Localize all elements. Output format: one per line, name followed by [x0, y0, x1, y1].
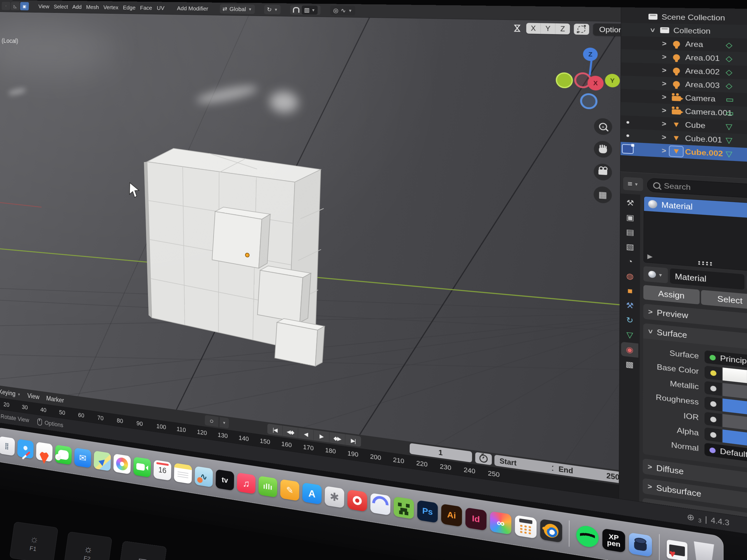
dock-illustrator[interactable]: Ai: [441, 504, 462, 527]
normal-input[interactable]: Default: [704, 443, 747, 468]
dock-notes[interactable]: [174, 463, 192, 484]
dock-minecraft[interactable]: [394, 497, 414, 519]
snap-magnet-icon[interactable]: [293, 7, 300, 12]
dock-facetime[interactable]: [133, 457, 151, 478]
dock-blender[interactable]: [540, 519, 562, 543]
transform-orientation-dropdown[interactable]: ⇄ Global ▼: [220, 4, 255, 14]
chevron-right-icon[interactable]: >: [659, 106, 670, 115]
dock-maps[interactable]: ▶: [94, 451, 111, 471]
jump-to-end-button[interactable]: ▶|: [345, 434, 361, 447]
key-F1[interactable]: ☼F1: [9, 522, 58, 560]
tab-object-data[interactable]: ▽: [621, 327, 639, 343]
play-button[interactable]: ▶: [314, 430, 330, 443]
slot-list-expand-icon[interactable]: ▶: [647, 252, 652, 260]
dock-brave[interactable]: [36, 442, 53, 462]
chevron-right-icon[interactable]: >: [659, 133, 670, 142]
next-keyframe-button[interactable]: ◆▶: [330, 432, 345, 445]
dock-capture-app[interactable]: [629, 532, 652, 557]
dock-pages[interactable]: ✎: [280, 479, 300, 501]
tab-modifiers[interactable]: ⚒: [621, 298, 639, 314]
chevron-right-icon[interactable]: >: [658, 146, 669, 155]
dock-launchpad[interactable]: ⣿: [0, 436, 15, 456]
tab-render[interactable]: ▣: [621, 210, 639, 225]
tab-scene[interactable]: ◔: [621, 254, 639, 269]
assign-button[interactable]: Assign: [643, 285, 700, 304]
tab-material[interactable]: ◉: [621, 342, 638, 358]
tab-object[interactable]: ■: [621, 283, 639, 298]
dock-creative-cloud[interactable]: ∞: [490, 511, 512, 535]
dock-calendar[interactable]: 16: [153, 460, 171, 481]
dock-indesign[interactable]: Id: [465, 507, 487, 531]
options-dropdown[interactable]: Options ▼: [593, 23, 621, 36]
menu-face[interactable]: Face: [138, 3, 155, 12]
chevron-right-icon[interactable]: >: [659, 119, 670, 128]
dock-arc-browser[interactable]: [370, 493, 390, 516]
dock-spotify[interactable]: [576, 525, 599, 549]
mirror-axis-x-button[interactable]: X: [526, 23, 541, 34]
socket-button[interactable]: [704, 396, 722, 411]
menu-vertex[interactable]: Vertex: [101, 3, 121, 12]
socket-button[interactable]: [704, 381, 722, 396]
dock-xp-pen[interactable]: XPpen: [602, 528, 625, 553]
dock-system-settings[interactable]: ✱: [325, 486, 344, 508]
socket-button[interactable]: [704, 366, 722, 380]
select-button[interactable]: Select: [701, 290, 747, 310]
slot-list-resize-grip[interactable]: [697, 261, 713, 266]
dock-photo-booth[interactable]: [347, 489, 367, 512]
zoom-tool-button[interactable]: +: [594, 118, 612, 135]
menu-add[interactable]: Add: [70, 3, 84, 11]
tab-world[interactable]: ◍: [621, 268, 639, 284]
menu-mesh[interactable]: Mesh: [84, 3, 101, 12]
previous-keyframe-button[interactable]: ◀◆: [282, 426, 298, 438]
projection-toggle-button[interactable]: ▦: [594, 186, 612, 204]
mirror-icon[interactable]: ⋈: [512, 24, 523, 33]
chevron-down-icon[interactable]: >: [648, 25, 657, 35]
dock-numbers[interactable]: ıllı: [258, 476, 277, 498]
dock-messages[interactable]: [55, 445, 72, 465]
socket-button[interactable]: [704, 412, 722, 427]
dock-calculator[interactable]: [515, 515, 537, 539]
mirror-axis-z-button[interactable]: Z: [555, 23, 570, 34]
timeline-menu-marker[interactable]: Marker: [43, 394, 67, 404]
chevron-right-icon[interactable]: >: [659, 93, 670, 101]
dock-wave-app[interactable]: ∿: [195, 466, 213, 487]
menu-select[interactable]: Select: [51, 2, 70, 11]
menu-view[interactable]: View: [36, 2, 52, 11]
key-F2[interactable]: ☼F2: [63, 531, 112, 560]
tab-tool[interactable]: ⚒: [622, 195, 639, 211]
socket-button[interactable]: [704, 427, 722, 443]
vertex-select-button[interactable]: ·: [2, 2, 10, 10]
menu-uv[interactable]: UV: [154, 4, 167, 12]
add-modifier-button[interactable]: Add Modifier: [175, 4, 211, 13]
visibility-dot[interactable]: [626, 134, 629, 137]
gizmo-axis-z[interactable]: Z: [583, 48, 598, 61]
navigation-gizmo[interactable]: Z X Y: [567, 47, 621, 106]
chevron-right-icon[interactable]: >: [659, 53, 670, 61]
tab-physics[interactable]: ↻: [621, 312, 639, 328]
visibility-dot[interactable]: [626, 121, 629, 124]
gizmo-axis-x[interactable]: X: [587, 76, 603, 91]
dock-screenshot-file[interactable]: [667, 540, 688, 560]
chevron-right-icon[interactable]: >: [659, 79, 670, 88]
auto-key-record-button[interactable]: ○: [205, 415, 218, 427]
material-slot-list[interactable]: Material ▶: [643, 196, 747, 272]
pan-tool-button[interactable]: [594, 140, 612, 158]
chevron-right-icon[interactable]: >: [659, 66, 670, 74]
key-mission-control-icon[interactable]: ▤: [118, 541, 167, 560]
use-preview-range-button[interactable]: [475, 452, 492, 465]
tab-view-layer[interactable]: ▧: [621, 239, 639, 255]
auto-key-dropdown[interactable]: ▼: [220, 417, 229, 428]
dock-trash[interactable]: [691, 541, 717, 560]
proportional-editing-group[interactable]: ◎ ∿ ▼: [330, 5, 355, 16]
camera-view-button[interactable]: [594, 163, 612, 181]
material-datablock-dropdown[interactable]: ▼: [643, 266, 668, 283]
chevron-right-icon[interactable]: >: [659, 39, 670, 48]
timeline-menu-view[interactable]: View: [24, 392, 42, 401]
dock-photoshop[interactable]: Ps: [417, 500, 438, 523]
timeline-menu-keying[interactable]: Keying▼: [0, 388, 24, 399]
menu-edge[interactable]: Edge: [121, 3, 138, 12]
cube-mesh[interactable]: [125, 121, 384, 395]
jump-to-start-button[interactable]: |◀: [267, 424, 283, 436]
tab-output[interactable]: ▤: [621, 224, 639, 240]
snapping-group[interactable]: ▥ ▼: [290, 5, 320, 15]
